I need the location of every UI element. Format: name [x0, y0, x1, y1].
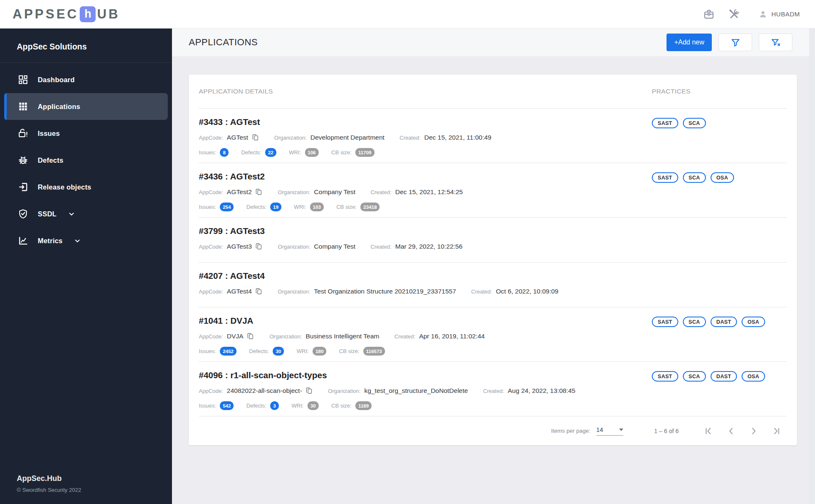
- items-per-page-label: Items per page:: [551, 428, 591, 434]
- application-row[interactable]: #3799 : AGTest3 AppCode:AGTest3 Organiza…: [199, 217, 787, 262]
- application-row[interactable]: #3433 : AGTest AppCode:AGTest Organizati…: [199, 108, 787, 163]
- sidebar-item-dashboard[interactable]: Dashboard: [4, 66, 168, 93]
- copy-icon[interactable]: [252, 134, 259, 141]
- practice-badge: SAST: [652, 172, 678, 183]
- pagination-bar: Items per page: 14 1 – 6 of 6: [199, 416, 787, 445]
- logo-h-icon: h: [80, 6, 96, 22]
- application-row[interactable]: #3436 : AGTest2 AppCode:AGTest2 Organiza…: [199, 163, 787, 217]
- add-new-button[interactable]: +Add new: [667, 34, 712, 51]
- copy-icon[interactable]: [255, 288, 263, 295]
- practice-badge: SCA: [683, 317, 706, 327]
- practice-badge: SAST: [652, 371, 678, 382]
- applications-card: APPLICATION DETAILS PRACTICES #3433 : AG…: [189, 75, 797, 445]
- dashboard-icon: [18, 74, 29, 85]
- admin-tools-icon[interactable]: [728, 8, 740, 20]
- issues-count: 8: [220, 148, 229, 157]
- wri-count: 180: [312, 347, 326, 356]
- defects-count: 22: [265, 148, 276, 157]
- chevron-down-icon: [73, 237, 81, 245]
- next-page-button[interactable]: [748, 426, 759, 436]
- first-page-button[interactable]: [703, 426, 714, 436]
- lock-alert-icon: [18, 128, 29, 139]
- chevron-down-icon: [68, 210, 76, 218]
- wri-count: 106: [305, 148, 319, 157]
- briefcase-icon[interactable]: [703, 8, 715, 20]
- sidebar: AppSec Solutions Dashboard Ap: [0, 29, 172, 504]
- defects-count: 19: [270, 203, 281, 211]
- scrollbar[interactable]: [809, 29, 815, 504]
- dropdown-caret-icon: [619, 429, 623, 431]
- application-title[interactable]: #3799 : AGTest3: [199, 226, 652, 236]
- filter-button[interactable]: [719, 34, 752, 51]
- person-icon: [758, 10, 768, 19]
- application-row[interactable]: #4096 : r1-all-scan-object-types AppCode…: [199, 361, 787, 416]
- practice-badge: SCA: [683, 118, 706, 128]
- topbar: APPSEChUB: [0, 0, 815, 29]
- page-header: APPLICATIONS +Add new: [172, 29, 815, 56]
- sidebar-item-issues[interactable]: Issues: [4, 120, 168, 147]
- wri-count: 30: [307, 401, 319, 410]
- practice-badge: SAST: [652, 317, 678, 327]
- sidebar-item-defects[interactable]: Defects: [4, 147, 168, 174]
- application-title[interactable]: #1041 : DVJA: [199, 316, 652, 326]
- items-per-page-select[interactable]: 14: [596, 426, 623, 436]
- copy-icon[interactable]: [247, 333, 254, 340]
- practice-badge: OSA: [742, 317, 765, 327]
- practice-badge: OSA: [711, 172, 734, 183]
- issues-count: 2452: [220, 347, 237, 356]
- app-logo[interactable]: APPSEChUB: [13, 6, 120, 22]
- sidebar-product-name: AppSec.Hub: [17, 474, 155, 483]
- sidebar-copyright: © Swordfish Security 2022: [17, 487, 155, 493]
- sidebar-item-metrics[interactable]: Metrics: [4, 227, 168, 254]
- wri-count: 103: [310, 203, 324, 211]
- filter-clear-icon: [771, 37, 781, 48]
- application-title[interactable]: #4096 : r1-all-scan-object-types: [199, 370, 652, 380]
- copy-icon[interactable]: [305, 387, 313, 395]
- application-title[interactable]: #3436 : AGTest2: [199, 171, 652, 182]
- practice-badge: SCA: [683, 172, 706, 183]
- cb-size-count: 116573: [363, 347, 385, 356]
- practice-badge: OSA: [742, 371, 765, 382]
- last-page-button[interactable]: [771, 426, 782, 436]
- page-range: 1 – 6 of 6: [654, 428, 679, 434]
- practice-badge: SAST: [652, 118, 678, 128]
- defects-count: 3: [270, 401, 279, 410]
- shield-check-icon: [18, 208, 29, 219]
- previous-page-button[interactable]: [726, 426, 737, 436]
- items-per-page-value: 14: [596, 426, 603, 433]
- application-title[interactable]: #3433 : AGTest: [199, 117, 652, 127]
- application-row[interactable]: #1041 : DVJA AppCode:DVJA Organization:B…: [199, 307, 787, 361]
- sidebar-item-ssdl[interactable]: SSDL: [4, 200, 168, 227]
- logo-text-left: APPSEC: [13, 7, 78, 22]
- chart-icon: [18, 235, 29, 246]
- sidebar-item-applications[interactable]: Applications: [4, 93, 168, 120]
- username: HUBADM: [771, 10, 800, 18]
- practice-badge: DAST: [711, 317, 737, 327]
- practice-badge: DAST: [711, 371, 737, 382]
- column-header-practices: PRACTICES: [652, 88, 787, 95]
- copy-icon[interactable]: [255, 243, 263, 250]
- page-title: APPLICATIONS: [189, 37, 258, 48]
- issues-count: 542: [220, 401, 234, 410]
- filter-icon: [730, 37, 741, 48]
- cb-size-count: 11709: [355, 148, 374, 157]
- copy-icon[interactable]: [255, 188, 263, 196]
- exit-to-app-icon: [18, 182, 29, 192]
- bug-icon: [18, 155, 29, 166]
- sidebar-item-release-objects[interactable]: Release objects: [4, 174, 168, 200]
- issues-count: 254: [220, 203, 234, 211]
- main-area: APPLICATIONS +Add new APPLICATION DETAIL…: [172, 29, 815, 504]
- cb-size-count: 23418: [360, 203, 380, 211]
- clear-filter-button[interactable]: [759, 34, 792, 51]
- application-title[interactable]: #4207 : AGTest4: [199, 271, 652, 281]
- sidebar-title: AppSec Solutions: [0, 29, 172, 63]
- cb-size-count: 1189: [355, 401, 372, 410]
- practice-badge: SCA: [683, 371, 706, 382]
- column-header-details: APPLICATION DETAILS: [199, 88, 652, 95]
- user-menu[interactable]: HUBADM: [758, 10, 800, 19]
- apps-grid-icon: [18, 101, 29, 112]
- logo-text-right: UB: [97, 7, 120, 22]
- defects-count: 30: [273, 347, 284, 356]
- application-row[interactable]: #4207 : AGTest4 AppCode:AGTest4 Organiza…: [199, 262, 787, 307]
